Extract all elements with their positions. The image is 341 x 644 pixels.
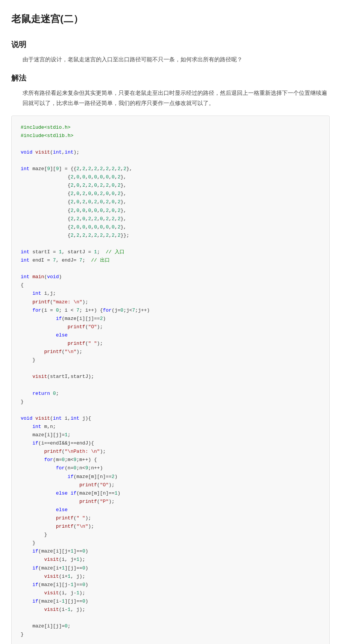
solution-heading: 解法 xyxy=(11,72,330,84)
solution-body: 求所有路径看起来复杂但其实更简单，只要在老鼠走至出口时显示经过的路径，然后退回上… xyxy=(23,88,330,108)
description-body: 由于迷宫的设计，老鼠走迷宫的入口至出口路径可能不只一条，如何求出所有的路径呢？ xyxy=(23,54,330,64)
description-heading: 说明 xyxy=(11,38,330,50)
code-block: #include<stdio.h> #include<stdlib.h> voi… xyxy=(11,116,330,644)
page-title: 老鼠走迷宫(二） xyxy=(11,11,330,27)
description-section: 说明 由于迷宫的设计，老鼠走迷宫的入口至出口路径可能不只一条，如何求出所有的路径… xyxy=(11,38,330,64)
solution-section: 解法 求所有路径看起来复杂但其实更简单，只要在老鼠走至出口时显示经过的路径，然后… xyxy=(11,72,330,108)
